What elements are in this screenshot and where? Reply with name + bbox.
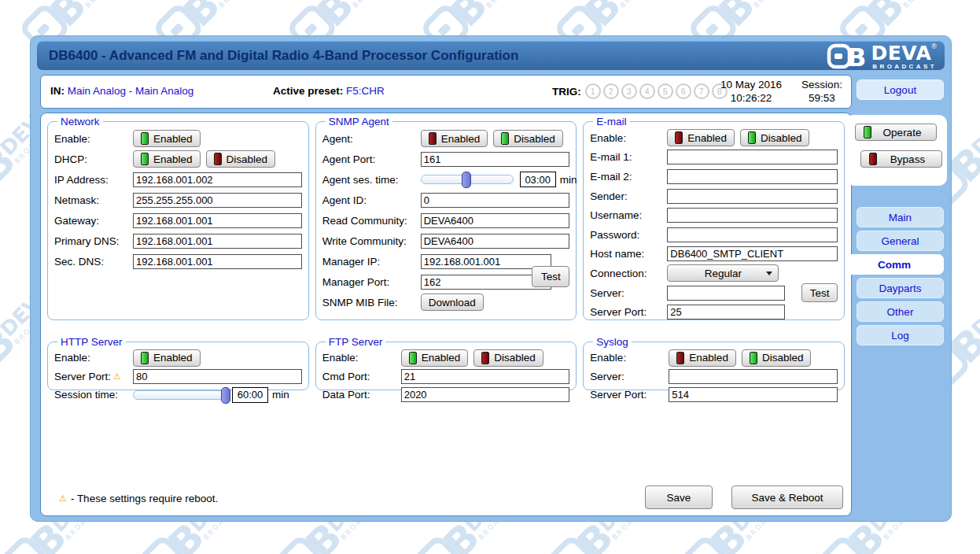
syslog-server-field[interactable] bbox=[669, 369, 838, 384]
session-value: 59:53 bbox=[798, 92, 846, 105]
data-port-label: Data Port: bbox=[322, 389, 401, 401]
primary-dns-field[interactable] bbox=[133, 234, 302, 249]
read-community-field[interactable] bbox=[421, 213, 570, 228]
tab-other[interactable]: Other bbox=[857, 301, 944, 322]
tab-dayparts[interactable]: Dayparts bbox=[857, 278, 944, 298]
sender-field[interactable] bbox=[667, 189, 838, 204]
connection-value: Regular bbox=[705, 268, 742, 279]
agent-port-field[interactable] bbox=[421, 152, 570, 167]
tab-main[interactable]: Main bbox=[857, 207, 944, 227]
dhcp-enabled-button[interactable]: Enabled bbox=[133, 150, 201, 168]
snmp-mib-file-label: SNMP MIB File: bbox=[322, 297, 421, 308]
cmd-port-label: Cmd Port: bbox=[322, 371, 401, 382]
netmask-field[interactable] bbox=[133, 193, 302, 208]
secondary-dns-label: Sec. DNS: bbox=[54, 256, 133, 268]
slider-thumb[interactable] bbox=[221, 387, 230, 404]
connection-select[interactable]: Regular bbox=[667, 264, 779, 282]
led-off-icon bbox=[675, 131, 683, 144]
dhcp-disabled-button[interactable]: Disabled bbox=[206, 150, 276, 168]
write-community-field[interactable] bbox=[421, 234, 570, 249]
data-port-field[interactable] bbox=[401, 387, 570, 402]
gateway-label: Gateway: bbox=[54, 215, 133, 227]
agent-session-time-slider[interactable] bbox=[421, 174, 514, 185]
smtp-server-port-label: Server Port: bbox=[590, 306, 667, 318]
email1-field[interactable] bbox=[667, 150, 838, 164]
agent-session-time-label: Agent ses. time: bbox=[322, 174, 421, 186]
warning-icon: ⚠ bbox=[59, 494, 67, 503]
trig-indicator-1: 1 bbox=[585, 83, 601, 99]
network-legend: Network bbox=[57, 116, 103, 127]
http-server-port-field[interactable] bbox=[133, 369, 302, 384]
bypass-button[interactable]: Bypass bbox=[860, 150, 942, 168]
operate-button[interactable]: Operate bbox=[855, 124, 937, 141]
minutes-unit: min bbox=[272, 389, 289, 401]
username-field[interactable] bbox=[667, 208, 838, 223]
manager-ip-field[interactable] bbox=[421, 254, 551, 269]
button-label: Operate bbox=[876, 127, 928, 138]
syslog-section: Syslog Enable: Enabled Disabled Server: … bbox=[583, 336, 845, 390]
snmp-enabled-button[interactable]: Enabled bbox=[421, 130, 488, 147]
button-label: Enabled bbox=[689, 352, 728, 364]
read-community-label: Read Community: bbox=[322, 215, 421, 227]
smtp-server-field[interactable] bbox=[667, 286, 785, 301]
trig-indicator-3: 3 bbox=[621, 83, 637, 99]
logout-button[interactable]: Logout bbox=[857, 79, 944, 100]
gateway-field[interactable] bbox=[133, 213, 302, 228]
secondary-dns-field[interactable] bbox=[133, 254, 302, 269]
network-enable-enabled-button[interactable]: Enabled bbox=[133, 130, 201, 147]
email-disabled-button[interactable]: Disabled bbox=[740, 129, 810, 146]
button-label: Disabled bbox=[761, 132, 802, 144]
email-enabled-button[interactable]: Enabled bbox=[667, 129, 735, 146]
agent-id-field[interactable] bbox=[421, 193, 570, 208]
primary-dns-label: Primary DNS: bbox=[54, 235, 133, 247]
ftp-enabled-button[interactable]: Enabled bbox=[401, 349, 469, 367]
led-off-icon bbox=[481, 352, 489, 364]
main-panel: Network Enable: Enabled DHCP: Enabled Di… bbox=[40, 113, 852, 516]
syslog-legend: Syslog bbox=[593, 336, 632, 348]
nav-tabs: Main General Comm Dayparts Other Log bbox=[857, 207, 944, 345]
tab-log[interactable]: Log bbox=[857, 325, 944, 345]
preset-value: F5:CHR bbox=[346, 85, 385, 97]
snmp-test-button[interactable]: Test bbox=[532, 266, 569, 287]
email-test-button[interactable]: Test bbox=[801, 283, 838, 302]
email2-label: E-mail 2: bbox=[590, 171, 667, 183]
tab-comm[interactable]: Comm bbox=[845, 254, 944, 275]
smtp-server-port-field[interactable] bbox=[667, 305, 785, 319]
session-timer: Session: 59:53 bbox=[798, 79, 846, 105]
syslog-disabled-button[interactable]: Disabled bbox=[742, 349, 812, 367]
network-dhcp-label: DHCP: bbox=[54, 153, 133, 165]
slider-thumb[interactable] bbox=[462, 172, 471, 188]
cmd-port-field[interactable] bbox=[401, 369, 570, 384]
ftp-disabled-button[interactable]: Disabled bbox=[473, 349, 543, 367]
snmp-disabled-button[interactable]: Disabled bbox=[493, 130, 563, 147]
button-label: Enabled bbox=[153, 153, 193, 165]
ftp-server-section: FTP Server Enable: Enabled Disabled Cmd … bbox=[315, 336, 577, 390]
button-label: Disabled bbox=[762, 352, 804, 364]
ip-address-field[interactable] bbox=[133, 172, 302, 187]
save-reboot-button[interactable]: Save & Reboot bbox=[731, 486, 843, 509]
ip-address-label: IP Address: bbox=[54, 174, 133, 186]
syslog-enabled-button[interactable]: Enabled bbox=[669, 349, 736, 367]
led-on-icon bbox=[501, 132, 509, 145]
time-value: 10:26:22 bbox=[700, 92, 802, 105]
syslog-server-label: Server: bbox=[590, 371, 669, 382]
ftp-legend: FTP Server bbox=[326, 336, 386, 348]
tab-general[interactable]: General bbox=[857, 231, 944, 251]
session-time-slider[interactable] bbox=[133, 390, 226, 401]
button-label: Enabled bbox=[441, 133, 481, 145]
http-enabled-button[interactable]: Enabled bbox=[133, 349, 201, 367]
date-value: 10 May 2016 bbox=[700, 79, 802, 92]
led-off-icon bbox=[214, 153, 222, 165]
led-on-icon bbox=[409, 352, 417, 364]
syslog-server-port-field[interactable] bbox=[669, 387, 838, 402]
email2-field[interactable] bbox=[667, 169, 838, 184]
reboot-note-text: - These settings require reboot. bbox=[71, 493, 218, 504]
date-time: 10 May 2016 10:26:22 bbox=[700, 79, 802, 105]
host-name-field[interactable] bbox=[667, 246, 838, 261]
warning-icon: ⚠ bbox=[113, 372, 121, 381]
syslog-enable-label: Enable: bbox=[590, 352, 669, 364]
save-button[interactable]: Save bbox=[645, 486, 713, 509]
agent-session-time-value: 03:00 bbox=[520, 172, 556, 187]
mib-download-button[interactable]: Download bbox=[421, 294, 484, 311]
password-field[interactable] bbox=[667, 227, 838, 242]
